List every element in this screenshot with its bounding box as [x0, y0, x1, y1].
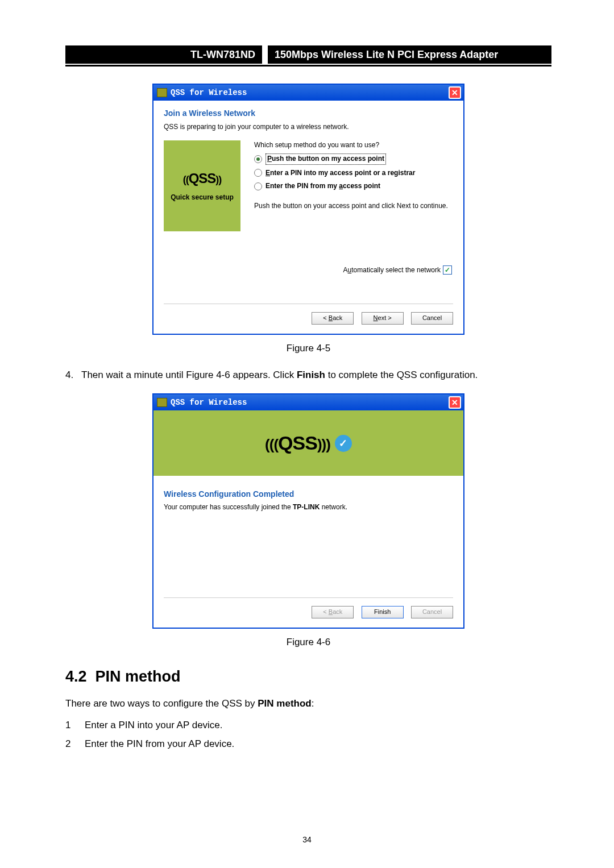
- section-intro: There are two ways to configure the QSS …: [65, 697, 551, 711]
- auto-select-checkbox[interactable]: ✓: [443, 265, 452, 275]
- step-number: 4.: [65, 368, 81, 383]
- app-icon: [157, 398, 167, 407]
- qss-dialog-1: QSS for Wireless ✕ Join a Wireless Netwo…: [152, 84, 464, 335]
- complete-heading: Wireless Configuration Completed: [164, 488, 453, 500]
- header-bar: TL-WN781ND 150Mbps Wireless Lite N PCI E…: [65, 45, 551, 67]
- dialog-title: QSS for Wireless: [171, 397, 247, 408]
- cancel-button: Cancel: [411, 606, 453, 618]
- auto-select-label: Automatically select the network: [343, 265, 441, 275]
- list-item-2: 2Enter the PIN from your AP device.: [65, 737, 551, 751]
- radio-label-2: Enter a PIN into my access point or a re…: [265, 168, 415, 178]
- back-button[interactable]: < Back: [312, 312, 354, 325]
- setup-prompt: Which setup method do you want to use?: [254, 140, 453, 150]
- radio-push-button[interactable]: [254, 155, 262, 163]
- back-button: < Back: [312, 606, 354, 618]
- radio-enter-pin-from-ap[interactable]: [254, 182, 262, 190]
- figure-caption-1: Figure 4-5: [65, 342, 551, 356]
- qss-complete-banner: (((QSS))) ✓: [154, 410, 463, 476]
- finish-button[interactable]: Finish: [362, 606, 404, 618]
- list-item-1: 1Enter a PIN into your AP device.: [65, 719, 551, 733]
- dialog-heading: Join a Wireless Network: [164, 107, 453, 119]
- step-4: 4. Then wait a minute until Figure 4-6 a…: [65, 368, 551, 383]
- figure-caption-2: Figure 4-6: [65, 636, 551, 650]
- title-bar: QSS for Wireless ✕: [154, 85, 463, 101]
- dialog-title: QSS for Wireless: [171, 87, 247, 98]
- section-heading: 4.2 PIN method: [65, 666, 551, 688]
- app-icon: [157, 88, 167, 97]
- dialog-subtext: QSS is preparing to join your computer t…: [164, 122, 453, 132]
- close-icon[interactable]: ✕: [449, 86, 461, 99]
- radio-label-1: Push the button on my access point: [265, 153, 386, 164]
- complete-message: Your computer has successfully joined th…: [164, 502, 453, 512]
- instruction-text: Push the button on your access point and…: [254, 201, 453, 211]
- title-bar: QSS for Wireless ✕: [154, 394, 463, 410]
- logo-caption: Quick secure setup: [171, 193, 234, 202]
- page-number: 34: [0, 834, 614, 845]
- checkmark-icon: ✓: [335, 435, 352, 452]
- product-label: 150Mbps Wireless Lite N PCI Express Adap…: [268, 45, 551, 64]
- radio-enter-pin-ap[interactable]: [254, 169, 262, 177]
- next-button[interactable]: Next >: [362, 312, 404, 325]
- close-icon[interactable]: ✕: [449, 396, 461, 409]
- radio-label-3: Enter the PIN from my access point: [265, 181, 380, 191]
- model-label: TL-WN781ND: [65, 45, 262, 64]
- cancel-button[interactable]: Cancel: [411, 312, 453, 325]
- qss-logo-panel: ((QSS)) Quick secure setup: [164, 140, 240, 231]
- qss-dialog-2: QSS for Wireless ✕ (((QSS))) ✓ Wireless …: [152, 393, 464, 629]
